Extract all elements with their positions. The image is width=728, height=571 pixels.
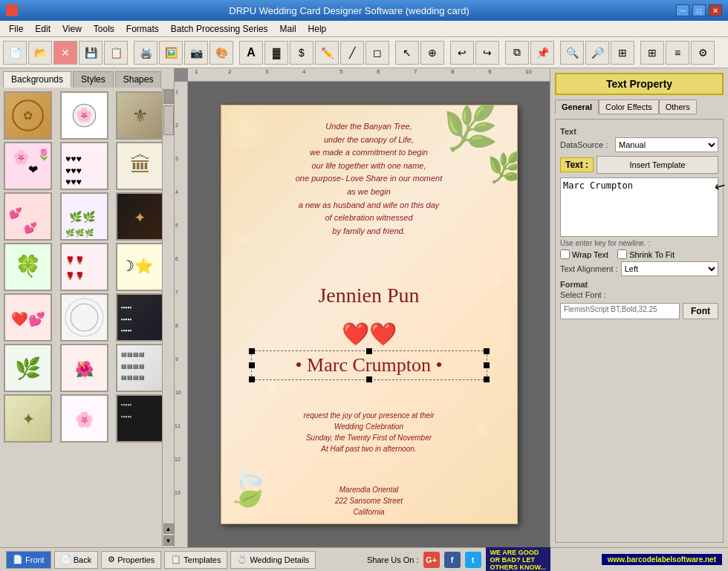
save-as-button[interactable]: 📋: [104, 41, 128, 65]
thumb-10[interactable]: 🍀: [4, 243, 52, 291]
open-button[interactable]: 📂: [28, 41, 52, 65]
svg-text:▤▤▤▤: ▤▤▤▤: [121, 351, 145, 358]
zoom-in-button[interactable]: 🔍: [560, 41, 584, 65]
tab-general[interactable]: General: [555, 99, 599, 114]
insert-template-button[interactable]: Insert Template: [597, 156, 718, 174]
align-button[interactable]: ≡: [666, 41, 689, 65]
zoom-out-button[interactable]: 🔎: [585, 41, 609, 65]
twitter-icon[interactable]: t: [465, 552, 481, 568]
text-button[interactable]: A: [239, 41, 263, 65]
canvas-background[interactable]: 🌿 🌿 🍃 ❄ ❄ ❄ ❄ ❄ Under the Banyan Tree, u…: [188, 82, 550, 547]
thumb-19[interactable]: ✦: [4, 394, 52, 443]
image-button[interactable]: 🖼️: [159, 41, 183, 65]
thumb-6[interactable]: 🏛: [116, 142, 164, 190]
settings-button[interactable]: ⚙: [691, 41, 715, 65]
svg-text:✦: ✦: [22, 410, 35, 428]
new-button[interactable]: 📄: [3, 41, 27, 65]
paste-button[interactable]: 📌: [530, 41, 554, 65]
line-button[interactable]: ╱: [340, 41, 364, 65]
svg-text:▪▪▪▪▪: ▪▪▪▪▪: [121, 414, 132, 420]
thumb-5[interactable]: ♥♥♥♥♥♥♥♥♥: [60, 142, 108, 190]
grid-button[interactable]: ⊞: [640, 41, 664, 65]
font-button[interactable]: Font: [683, 303, 718, 319]
undo-button[interactable]: ↩: [450, 41, 474, 65]
svg-text:▪▪▪▪▪: ▪▪▪▪▪: [121, 316, 132, 323]
menu-batch[interactable]: Batch Processing Series: [165, 22, 274, 36]
thumb-20[interactable]: 🌸: [60, 394, 108, 443]
card-verse-text: Under the Banyan Tree, under the canopy …: [244, 120, 495, 238]
maximize-button[interactable]: □: [692, 4, 706, 16]
tab-bar: Backgrounds Styles Shapes: [0, 68, 174, 88]
cursor-button[interactable]: ↖: [395, 41, 419, 65]
thumb-11[interactable]: 🌹🌹🌹🌹: [60, 243, 108, 291]
thumb-2[interactable]: 🌸: [60, 91, 108, 140]
tab-styles[interactable]: Styles: [73, 71, 114, 88]
thumb-1[interactable]: ✿: [4, 91, 52, 140]
format-label: Format: [560, 280, 718, 289]
text-insert-row: Text : Insert Template: [560, 156, 718, 174]
menu-bar: File Edit View Tools Formats Batch Proce…: [0, 21, 728, 37]
thumb-15[interactable]: ▪▪▪▪▪▪▪▪▪▪▪▪▪▪▪: [116, 293, 164, 342]
text-input[interactable]: Marc Crumpton: [560, 177, 718, 237]
alignment-select[interactable]: Left Center Right Justify: [621, 261, 718, 276]
shape-button[interactable]: ◻: [365, 41, 389, 65]
back-button[interactable]: 📄 Back: [54, 551, 98, 569]
menu-mail[interactable]: Mail: [274, 22, 302, 36]
thumb-16[interactable]: 🌿: [4, 344, 52, 392]
thumb-7[interactable]: 💕💕: [4, 192, 52, 241]
thumb-13[interactable]: ❤️💕: [4, 293, 52, 342]
color-button[interactable]: 🎨: [209, 41, 233, 65]
symbol-button[interactable]: $: [290, 41, 313, 65]
templates-icon: 📋: [171, 555, 181, 564]
thumb-12[interactable]: ☽⭐: [116, 243, 164, 291]
redo-button[interactable]: ↪: [475, 41, 499, 65]
select-button[interactable]: ⊕: [420, 41, 444, 65]
menu-edit[interactable]: Edit: [29, 22, 56, 36]
datasource-select[interactable]: Manual Database: [615, 137, 718, 152]
wrap-text-checkbox[interactable]: [560, 249, 570, 259]
tab-others[interactable]: Others: [659, 99, 697, 114]
tab-shapes[interactable]: Shapes: [115, 71, 162, 88]
shrink-to-fit-checkbox[interactable]: [617, 249, 627, 259]
font-row: FlemishScript BT,Bold,32.25 Font: [560, 303, 718, 319]
print-button[interactable]: 🖨️: [134, 41, 157, 65]
facebook-icon[interactable]: f: [444, 552, 461, 568]
menu-formats[interactable]: Formats: [120, 22, 165, 36]
thumb-21[interactable]: ▪▪▪▪▪▪▪▪▪▪: [116, 394, 164, 443]
property-content: Text DataSource : Manual Database ↙ Text…: [555, 119, 724, 543]
close-doc-button[interactable]: ✕: [53, 41, 77, 65]
menu-view[interactable]: View: [56, 22, 88, 36]
card-name2[interactable]: • Marc Crumpton •: [251, 350, 487, 380]
thumb-4[interactable]: 🌸❤🌷: [4, 142, 52, 190]
google-plus-icon[interactable]: G+: [423, 552, 440, 568]
tab-backgrounds[interactable]: Backgrounds: [3, 71, 71, 88]
menu-help[interactable]: Help: [302, 22, 333, 36]
minimize-button[interactable]: ─: [676, 4, 689, 16]
wedding-details-button[interactable]: 💍 Wedding Details: [230, 551, 316, 569]
title-bar: DRPU Wedding Card Designer Software (wed…: [0, 0, 728, 21]
camera-button[interactable]: 📷: [184, 41, 208, 65]
thumbnail-scrollbar[interactable]: ▲ ▼: [162, 88, 174, 547]
front-button[interactable]: 📄 Front: [6, 551, 51, 569]
menu-tools[interactable]: Tools: [88, 22, 120, 36]
barcode-button[interactable]: ▓: [264, 41, 288, 65]
menu-file[interactable]: File: [3, 22, 29, 36]
properties-button[interactable]: ⚙ Properties: [101, 551, 161, 569]
property-tabs: General Color Effects Others: [555, 99, 724, 114]
thumb-17[interactable]: 🌺: [60, 344, 108, 392]
copy-button[interactable]: ⧉: [505, 41, 529, 65]
draw-button[interactable]: ✏️: [315, 41, 339, 65]
brand-badge: WE ARE GOODOR BAD? LETOTHERS KNOW...: [486, 547, 551, 572]
svg-text:⚜: ⚜: [132, 105, 149, 125]
templates-button[interactable]: 📋 Templates: [164, 551, 227, 569]
thumb-8[interactable]: 🌿🌿🌿🌿🌿: [60, 192, 108, 241]
card-canvas[interactable]: 🌿 🌿 🍃 ❄ ❄ ❄ ❄ ❄ Under the Banyan Tree, u…: [221, 105, 518, 524]
save-button[interactable]: 💾: [79, 41, 103, 65]
close-button[interactable]: ✕: [709, 4, 722, 16]
thumb-9[interactable]: ✦: [116, 192, 164, 241]
thumb-3[interactable]: ⚜: [116, 91, 164, 140]
tab-color-effects[interactable]: Color Effects: [599, 99, 659, 114]
thumb-18[interactable]: ▤▤▤▤▤▤▤▤▤▤▤▤: [116, 344, 164, 392]
thumb-14[interactable]: [60, 293, 108, 342]
fit-button[interactable]: ⊞: [611, 41, 634, 65]
